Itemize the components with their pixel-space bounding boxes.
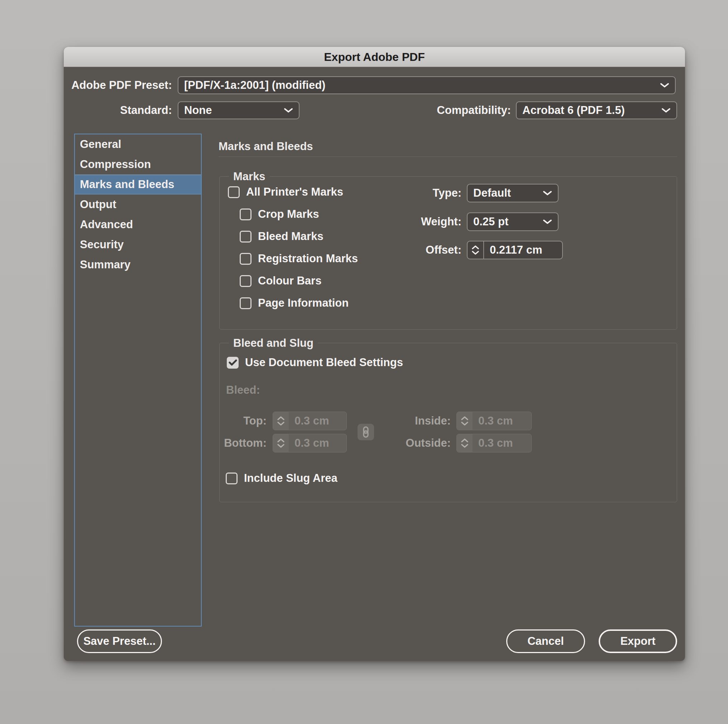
sidebar-item-general[interactable]: General [75,134,201,154]
offset-stepper-buttons[interactable] [468,241,484,259]
dialog-titlebar: Export Adobe PDF [64,47,685,67]
stepper-down-icon[interactable] [472,251,479,255]
page-information-checkbox[interactable]: Page Information [240,294,349,312]
sidebar-item-security[interactable]: Security [75,235,201,255]
compatibility-label: Compatibility: [404,101,511,119]
page-title: Marks and Bleeds [219,139,313,154]
type-dropdown[interactable]: Default [467,184,558,202]
stepper-down-icon [461,422,468,426]
chevron-down-icon [660,82,669,88]
cancel-button[interactable]: Cancel [506,629,585,653]
bleed-bottom-input: 0.3 cm [273,434,347,452]
export-pdf-dialog: Export Adobe PDF Adobe PDF Preset: [PDF/… [64,47,685,661]
chevron-down-icon [661,107,671,113]
sidebar-item-compression[interactable]: Compression [75,154,201,174]
standard-label: Standard: [64,101,172,119]
compatibility-value: Acrobat 6 (PDF 1.5) [522,104,625,117]
bleed-top-stepper [273,412,289,430]
checkbox-unchecked[interactable] [240,297,251,309]
standard-dropdown[interactable]: None [178,101,300,119]
checkbox-unchecked[interactable] [240,231,251,243]
bleed-bottom-stepper [273,434,289,452]
checkbox-checked[interactable] [227,357,239,369]
offset-input[interactable]: 0.2117 cm [484,241,562,259]
chain-link-icon [361,426,370,438]
standard-value: None [184,104,212,117]
checkbox-unchecked[interactable] [240,275,251,287]
sidebar-item-advanced[interactable]: Advanced [75,215,201,235]
stepper-down-icon [461,444,468,448]
use-document-bleed-checkbox[interactable]: Use Document Bleed Settings [227,353,403,372]
link-bleed-values-toggle [358,424,374,440]
checkmark-icon [229,359,237,366]
type-value: Default [473,186,511,200]
sidebar-item-marks-and-bleeds[interactable]: Marks and Bleeds [75,174,201,194]
save-preset-button[interactable]: Save Preset... [77,629,162,653]
chevron-down-icon [543,190,552,196]
bleed-inside-input: 0.3 cm [456,412,532,430]
bleed-bottom-label: Bottom: [220,434,266,452]
bleed-inside-label: Inside: [393,412,451,430]
sidebar-item-output[interactable]: Output [75,194,201,215]
chevron-down-icon [543,219,552,225]
crop-marks-checkbox[interactable]: Crop Marks [240,205,319,223]
settings-section-list: General Compression Marks and Bleeds Out… [74,134,202,626]
stepper-up-icon [277,416,284,420]
export-button[interactable]: Export [599,629,677,653]
preset-label: Adobe PDF Preset: [64,76,172,94]
stepper-up-icon [461,438,468,443]
stepper-down-icon [277,444,284,448]
checkbox-unchecked[interactable] [240,208,251,220]
bleed-outside-stepper [457,434,473,452]
weight-value: 0.25 pt [473,215,508,228]
marks-group: Marks All Printer's Marks Crop Marks Ble… [219,176,677,330]
chevron-down-icon [284,107,293,113]
checkbox-unchecked[interactable] [228,186,240,198]
bleed-label: Bleed: [226,382,260,398]
weight-label: Weight: [382,212,462,231]
bleed-outside-input: 0.3 cm [456,434,532,452]
compatibility-dropdown[interactable]: Acrobat 6 (PDF 1.5) [516,101,677,119]
bleed-and-slug-legend: Bleed and Slug [229,335,318,351]
weight-dropdown[interactable]: 0.25 pt [467,212,558,231]
preset-value: [PDF/X-1a:2001] (modified) [184,79,325,92]
offset-label: Offset: [382,241,462,260]
stepper-up-icon [277,438,284,443]
bleed-outside-label: Outside: [393,434,451,452]
checkbox-unchecked[interactable] [226,472,237,484]
colour-bars-checkbox[interactable]: Colour Bars [240,272,321,290]
preset-dropdown[interactable]: [PDF/X-1a:2001] (modified) [178,76,676,94]
registration-marks-checkbox[interactable]: Registration Marks [240,249,358,268]
marks-group-legend: Marks [229,169,270,185]
dialog-title: Export Adobe PDF [324,50,425,63]
bleed-inside-stepper [457,412,473,430]
stepper-up-icon[interactable] [472,245,479,249]
checkbox-unchecked[interactable] [240,253,251,265]
sidebar-item-summary[interactable]: Summary [75,255,201,275]
all-printers-marks-checkbox[interactable]: All Printer's Marks [228,183,343,201]
type-label: Type: [382,184,462,202]
stepper-down-icon [277,422,284,426]
panel-separator [219,157,677,157]
stepper-up-icon [461,416,468,420]
include-slug-area-checkbox[interactable]: Include Slug Area [226,469,338,487]
offset-stepper[interactable]: 0.2117 cm [467,241,563,260]
bleed-and-slug-group: Bleed and Slug Use Document Bleed Settin… [219,343,677,502]
bleed-marks-checkbox[interactable]: Bleed Marks [240,227,324,246]
bleed-top-label: Top: [220,412,266,430]
bleed-top-input: 0.3 cm [273,412,347,430]
